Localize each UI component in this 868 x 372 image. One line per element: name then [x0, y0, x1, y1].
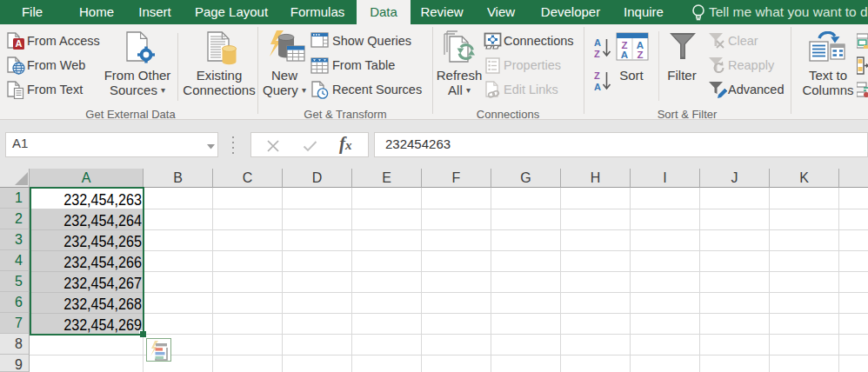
svg-text:Z: Z	[637, 50, 643, 60]
svg-text:A: A	[594, 82, 601, 92]
svg-text:A: A	[621, 50, 628, 60]
svg-text:A: A	[16, 38, 23, 49]
svg-text:Z: Z	[594, 70, 600, 81]
svg-text:Z: Z	[594, 49, 600, 59]
svg-text:A: A	[594, 37, 601, 48]
